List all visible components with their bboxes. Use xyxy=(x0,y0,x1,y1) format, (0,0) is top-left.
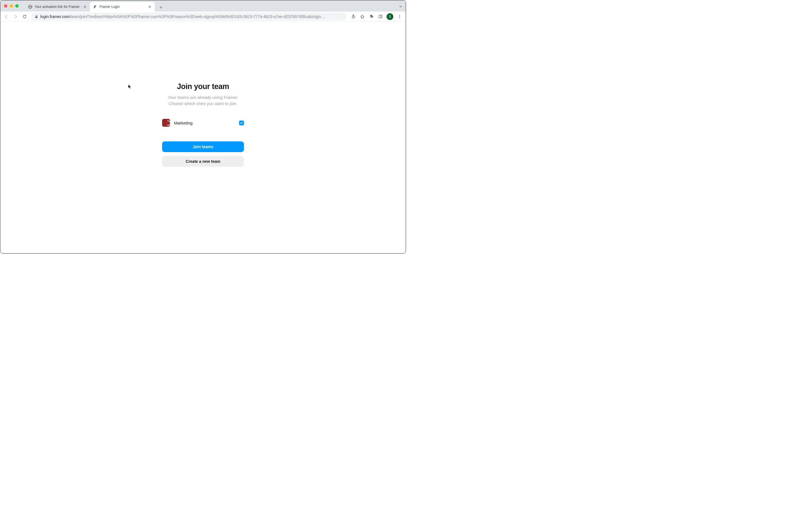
svg-rect-0 xyxy=(36,16,38,18)
forward-button[interactable] xyxy=(11,13,19,20)
tab-close-button[interactable] xyxy=(147,4,152,9)
team-checkbox[interactable] xyxy=(239,121,244,125)
cursor-icon xyxy=(128,84,132,89)
join-team-dialog: Join your team Your teams are already us… xyxy=(162,82,244,171)
window-minimize-button[interactable] xyxy=(10,4,13,8)
globe-icon xyxy=(28,4,33,9)
lock-icon xyxy=(35,15,38,18)
profile-initial: S xyxy=(389,15,391,18)
tabs-container: Your activation link for Framer. F Frame… xyxy=(25,0,165,11)
team-row[interactable]: Marketing xyxy=(162,119,244,127)
page-subtitle: Your teams are already using Framer. Cho… xyxy=(168,94,238,107)
window-maximize-button[interactable] xyxy=(15,4,18,8)
share-icon[interactable] xyxy=(349,13,357,20)
browser-tab-0[interactable]: Your activation link for Framer. xyxy=(25,2,90,11)
side-panel-icon[interactable] xyxy=(376,13,384,20)
tab-close-button[interactable] xyxy=(83,4,87,9)
join-teams-button[interactable]: Join teams xyxy=(162,142,244,152)
back-button[interactable] xyxy=(3,13,10,20)
browser-tab-1[interactable]: F Framer Login xyxy=(90,2,155,11)
browser-toolbar: login.framer.com/team/join/?redirect=htt… xyxy=(0,11,406,22)
create-team-button[interactable]: Create a new team xyxy=(162,156,244,167)
bookmark-icon[interactable] xyxy=(358,13,366,20)
svg-point-6 xyxy=(399,17,400,18)
framer-icon: F xyxy=(93,4,97,9)
tab-title: Your activation link for Framer. xyxy=(35,5,80,9)
url-text: login.framer.com/team/join/?redirect=htt… xyxy=(40,14,343,19)
reload-button[interactable] xyxy=(20,13,29,20)
tabs-dropdown-button[interactable] xyxy=(399,4,402,9)
extensions-icon[interactable] xyxy=(367,13,375,20)
window-close-button[interactable] xyxy=(4,4,7,8)
team-name: Marketing xyxy=(174,121,235,125)
page-title: Join your team xyxy=(177,82,229,91)
svg-point-4 xyxy=(399,15,400,16)
svg-point-5 xyxy=(399,16,400,17)
page-content: Join your team Your teams are already us… xyxy=(0,22,406,253)
profile-avatar[interactable]: S xyxy=(387,13,393,20)
tab-title: Framer Login xyxy=(100,5,145,9)
browser-tab-strip: Your activation link for Framer. F Frame… xyxy=(0,0,406,11)
address-bar[interactable]: login.framer.com/team/join/?redirect=htt… xyxy=(31,13,347,20)
new-tab-button[interactable]: + xyxy=(157,4,165,11)
menu-icon[interactable] xyxy=(396,13,403,20)
team-avatar-icon xyxy=(162,119,170,127)
window-controls xyxy=(4,4,18,8)
svg-rect-2 xyxy=(379,15,382,18)
